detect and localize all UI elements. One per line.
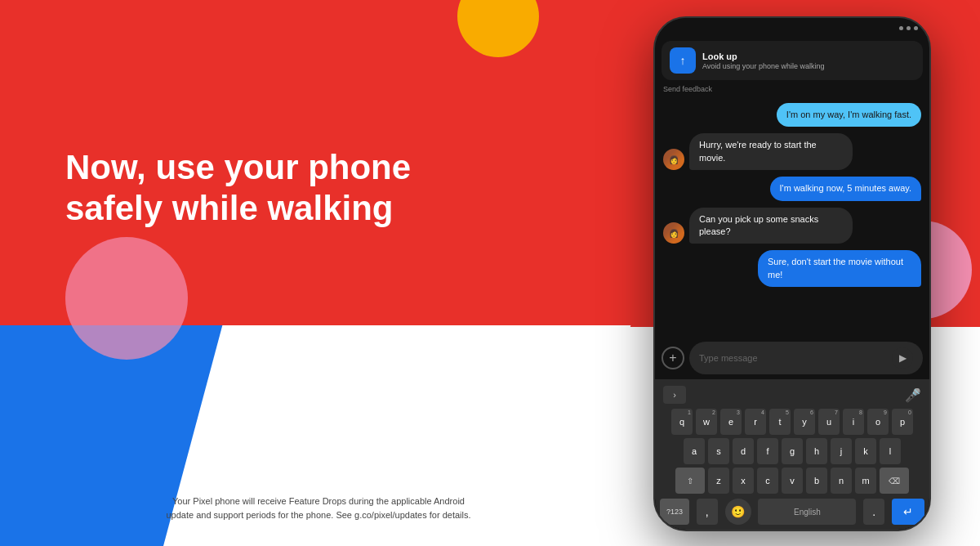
send-button[interactable]: ▶ bbox=[892, 347, 913, 369]
message-input-placeholder: Type message bbox=[699, 353, 758, 363]
symbols-key[interactable]: ?123 bbox=[660, 499, 689, 525]
message-row: I'm on my way, I'm walking fast. bbox=[663, 103, 921, 127]
signal-icon bbox=[899, 26, 903, 30]
headline-line2: safely while walking bbox=[65, 188, 411, 229]
chat-area: I'm on my way, I'm walking fast. 👩 Hurry… bbox=[655, 96, 929, 337]
status-icons bbox=[899, 26, 918, 30]
phone-mockup: ↑ Look up Avoid using your phone while w… bbox=[653, 16, 931, 531]
notification-title: Look up bbox=[702, 51, 915, 61]
headline-line1: Now, use your phone bbox=[65, 147, 411, 188]
key-j[interactable]: j bbox=[831, 438, 852, 464]
keyboard-bottom-row: ?123 , 🙂 English . ↵ bbox=[657, 497, 928, 526]
battery-icon bbox=[914, 26, 918, 30]
enter-key[interactable]: ↵ bbox=[892, 499, 924, 525]
key-p[interactable]: 0p bbox=[892, 409, 913, 435]
key-f[interactable]: f bbox=[757, 438, 778, 464]
key-a[interactable]: a bbox=[684, 438, 705, 464]
key-e[interactable]: 3e bbox=[720, 409, 742, 435]
phone-frame: ↑ Look up Avoid using your phone while w… bbox=[653, 16, 931, 531]
key-z[interactable]: z bbox=[708, 468, 729, 494]
message-row: I'm walking now, 5 minutes away. bbox=[663, 177, 921, 200]
message-input-field[interactable]: Type message ▶ bbox=[689, 342, 923, 374]
avatar-image: 👩 bbox=[663, 222, 684, 244]
add-attachment-button[interactable]: + bbox=[662, 347, 684, 369]
notification-subtitle: Avoid using your phone while walking bbox=[702, 62, 915, 70]
phone-screen: ↑ Look up Avoid using your phone while w… bbox=[655, 18, 929, 530]
avatar: 👩 bbox=[663, 149, 684, 170]
message-row: 👩 Hurry, we're ready to start the movie. bbox=[663, 133, 921, 170]
chat-bubble-received: Can you pick up some snacks please? bbox=[689, 208, 853, 244]
key-l[interactable]: l bbox=[880, 438, 901, 464]
wifi-icon bbox=[906, 26, 911, 30]
shift-key[interactable]: ⇧ bbox=[675, 468, 705, 494]
notification-icon: ↑ bbox=[670, 47, 696, 74]
key-o[interactable]: 9o bbox=[867, 409, 889, 435]
keyboard-collapse-button[interactable]: › bbox=[663, 386, 686, 404]
chat-bubble-received: Hurry, we're ready to start the movie. bbox=[689, 133, 853, 170]
avatar-image: 👩 bbox=[663, 149, 684, 170]
key-k[interactable]: k bbox=[855, 438, 876, 464]
key-r[interactable]: 4r bbox=[745, 409, 766, 435]
key-m[interactable]: m bbox=[855, 468, 876, 494]
footnote-text: Your Pixel phone will receive Feature Dr… bbox=[163, 495, 474, 521]
key-w[interactable]: 2w bbox=[696, 409, 717, 435]
period-key[interactable]: . bbox=[863, 499, 884, 525]
space-key[interactable]: English bbox=[758, 499, 856, 525]
message-row: 👩 Can you pick up some snacks please? bbox=[663, 208, 921, 244]
key-x[interactable]: x bbox=[733, 468, 754, 494]
key-v[interactable]: v bbox=[782, 468, 803, 494]
emoji-key[interactable]: 🙂 bbox=[725, 499, 751, 525]
message-row: Sure, don't start the movie without me! bbox=[663, 250, 921, 287]
key-s[interactable]: s bbox=[708, 438, 729, 464]
chat-bubble-sent-light: I'm on my way, I'm walking fast. bbox=[777, 103, 921, 127]
notification-banner: ↑ Look up Avoid using your phone while w… bbox=[662, 41, 923, 80]
key-i[interactable]: 8i bbox=[843, 409, 864, 435]
voice-input-button[interactable]: 🎤 bbox=[905, 387, 921, 403]
notification-feedback[interactable]: Send feedback bbox=[663, 85, 921, 93]
key-row-numbers: 1q 2w 3e 4r 5t 6y 7u 8i 9o 0p bbox=[657, 409, 928, 435]
key-c[interactable]: c bbox=[757, 468, 778, 494]
keyboard: › 🎤 1q 2w 3e 4r 5t 6y 7u 8i 9o 0p bbox=[655, 379, 929, 530]
keyboard-top-row: › 🎤 bbox=[657, 383, 928, 407]
main-headline: Now, use your phone safely while walking bbox=[65, 147, 411, 230]
key-t[interactable]: 5t bbox=[769, 409, 791, 435]
key-y[interactable]: 6y bbox=[794, 409, 815, 435]
chat-bubble-sent: I'm walking now, 5 minutes away. bbox=[770, 177, 921, 200]
avatar: 👩 bbox=[663, 222, 684, 244]
message-input-row: + Type message ▶ bbox=[655, 337, 929, 379]
key-d[interactable]: d bbox=[733, 438, 754, 464]
key-u[interactable]: 7u bbox=[818, 409, 840, 435]
delete-key[interactable]: ⌫ bbox=[880, 468, 909, 494]
key-q[interactable]: 1q bbox=[671, 409, 693, 435]
key-n[interactable]: n bbox=[831, 468, 852, 494]
key-row-bottom: ⇧ z x c v b n m ⌫ bbox=[657, 468, 928, 494]
key-b[interactable]: b bbox=[806, 468, 827, 494]
circle-pink-left-decoration bbox=[65, 237, 188, 360]
key-g[interactable]: g bbox=[782, 438, 803, 464]
status-bar bbox=[655, 18, 929, 38]
key-row-middle: a s d f g h j k l bbox=[657, 438, 928, 464]
chat-bubble-sent: Sure, don't start the movie without me! bbox=[758, 250, 921, 287]
comma-key[interactable]: , bbox=[697, 499, 718, 525]
key-h[interactable]: h bbox=[806, 438, 827, 464]
notification-text: Look up Avoid using your phone while wal… bbox=[702, 51, 915, 70]
